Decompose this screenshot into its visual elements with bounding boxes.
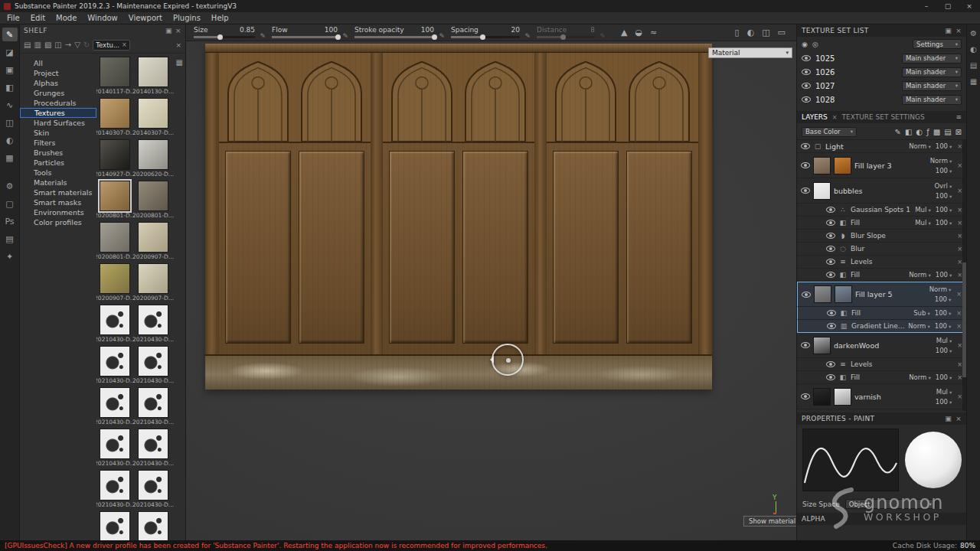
close-icon[interactable]: × — [832, 114, 838, 121]
remove-icon[interactable]: × — [957, 207, 962, 214]
visibility-icon[interactable] — [802, 55, 811, 61]
resource-thumbnail[interactable] — [138, 57, 168, 87]
layer-thumbnail[interactable] — [813, 388, 831, 406]
resource-thumbnail[interactable] — [100, 98, 130, 129]
brush-param[interactable]: Flow 100 ✎ — [272, 27, 338, 38]
grid-view-icon[interactable]: ▦ — [176, 58, 183, 67]
shelf-category[interactable]: Grunges — [20, 88, 96, 98]
add-fill-layer-icon[interactable]: ◧ — [905, 128, 912, 136]
photoshop-icon[interactable]: Ps — [2, 214, 18, 228]
delete-layer-icon[interactable]: ⊠ — [956, 128, 962, 136]
shelf-category[interactable]: Smart masks — [20, 197, 96, 207]
shelf-resource[interactable]: 20210430-D... — [98, 429, 132, 468]
material-dropdown[interactable]: Material — [708, 47, 792, 58]
smudge-tool-icon[interactable]: ∿ — [2, 98, 18, 112]
tab-layers[interactable]: LAYERS — [802, 113, 828, 121]
menu-item[interactable]: Help — [206, 14, 234, 22]
slider-handle[interactable] — [335, 34, 341, 40]
blend-mode-dropdown[interactable]: Norm — [909, 142, 931, 150]
layer-mask-thumbnail[interactable] — [834, 157, 851, 174]
hide-resources-icon[interactable]: ◫ — [54, 41, 61, 49]
blend-mode-dropdown[interactable]: Norm — [909, 271, 931, 279]
tab-texture-set-settings[interactable]: TEXTURE SET SETTINGS — [842, 113, 925, 121]
layer-row[interactable]: ∴ Gaussian Spots 1 Mul 100 × — [797, 204, 966, 217]
slider-handle[interactable] — [480, 34, 485, 40]
visibility-icon[interactable] — [801, 393, 810, 399]
undock-icon[interactable]: ▣ — [165, 27, 172, 34]
resource-thumbnail[interactable] — [100, 470, 130, 500]
layer-row[interactable]: ◗ Blur Slope × — [797, 230, 966, 243]
camera-tool-icon[interactable]: ▢ — [2, 197, 18, 210]
stencil-view-icon[interactable]: ▯ — [735, 28, 740, 37]
shelf-resource[interactable]: 20210430-D... — [98, 470, 132, 510]
brush-param[interactable]: Size 0.85 ✎ — [194, 27, 255, 38]
layer-thumbnail[interactable] — [814, 285, 831, 303]
shelf-resource[interactable]: 20210430-D... — [136, 305, 170, 344]
shelf-category[interactable]: Color profiles — [20, 217, 96, 227]
opacity-dropdown[interactable]: 100 — [936, 347, 952, 354]
undock-icon[interactable]: ▣ — [945, 415, 952, 422]
stencil-tool-icon[interactable]: ▦ — [2, 151, 18, 165]
display-settings-icon[interactable]: ◐ — [970, 45, 977, 54]
visibility-icon[interactable] — [826, 246, 835, 252]
shelf-resource[interactable]: 20210430-D... — [98, 511, 132, 540]
shelf-resource[interactable]: 20210430-D... — [98, 305, 132, 344]
menu-item[interactable]: Mode — [51, 14, 82, 22]
blend-mode-dropdown[interactable]: Norm — [909, 373, 931, 381]
minimize-button[interactable]: – — [916, 0, 937, 12]
menu-icon[interactable]: ≡ — [956, 113, 962, 121]
param-slider[interactable] — [194, 36, 255, 38]
shelf-resource[interactable]: 20140307-D... — [136, 98, 170, 138]
visibility-all-icon[interactable]: ◉ — [802, 41, 808, 48]
remove-icon[interactable]: × — [957, 246, 962, 253]
shelf-category[interactable]: Hard Surfaces — [20, 118, 96, 128]
add-paint-layer-icon[interactable]: ✎ — [895, 128, 901, 136]
blend-mode-dropdown[interactable]: Norm — [908, 322, 930, 330]
remove-icon[interactable]: × — [957, 342, 962, 349]
shelf-resource[interactable]: 20210430-D... — [136, 511, 170, 540]
shelf-category[interactable]: Materials — [20, 178, 96, 187]
menu-item[interactable]: Plugins — [168, 14, 206, 22]
close-icon[interactable]: × — [956, 27, 962, 34]
visibility-icon[interactable] — [801, 143, 810, 149]
resource-thumbnail[interactable] — [100, 511, 130, 540]
slider-handle[interactable] — [432, 34, 437, 40]
shelf-filter-chip[interactable]: Textu... × — [93, 40, 129, 51]
visibility-icon[interactable] — [827, 323, 836, 329]
resource-thumbnail[interactable] — [138, 98, 168, 129]
lazy-mouse-icon[interactable]: ≈ — [650, 28, 657, 37]
filter-icon[interactable]: ▽ — [74, 41, 80, 49]
layer-thumbnail[interactable] — [813, 182, 831, 200]
add-folder-icon[interactable]: ▥ — [34, 41, 41, 49]
opacity-dropdown[interactable]: 100 — [935, 309, 952, 317]
visibility-icon[interactable] — [802, 69, 811, 75]
resource-thumbnail[interactable] — [138, 387, 168, 418]
layer-row[interactable]: ≡ Levels × — [797, 256, 966, 269]
menu-item[interactable]: Edit — [25, 14, 51, 22]
split-view-icon[interactable]: ◫ — [762, 28, 769, 37]
close-icon[interactable]: × — [122, 41, 127, 48]
remove-icon[interactable]: × — [957, 233, 962, 240]
close-icon[interactable]: × — [956, 415, 962, 422]
stylus-pressure-icon[interactable]: ✎ — [439, 32, 445, 40]
remove-icon[interactable]: × — [957, 143, 962, 150]
visibility-icon[interactable] — [826, 374, 835, 380]
layer-row[interactable]: ◧ Fill Norm 100 × — [797, 269, 966, 282]
remove-icon[interactable]: × — [957, 187, 962, 194]
shelf-resource[interactable]: 20200801-D... — [98, 222, 132, 262]
opacity-dropdown[interactable]: 100 — [936, 142, 952, 150]
add-folder-icon[interactable]: ▤ — [944, 128, 951, 136]
refresh-icon[interactable]: ↻ — [83, 41, 90, 49]
close-icon[interactable]: × — [175, 41, 181, 49]
visibility-icon[interactable] — [802, 292, 811, 298]
opacity-dropdown[interactable]: 100 — [936, 192, 952, 200]
shelf-resource[interactable]: 20200907-D... — [136, 263, 170, 303]
add-effect-icon[interactable]: ƒ — [926, 128, 929, 136]
blend-mode-dropdown[interactable]: Sub — [913, 309, 930, 317]
menu-item[interactable]: File — [2, 14, 25, 22]
material-picker-tool-icon[interactable]: ◐ — [2, 133, 18, 147]
opacity-dropdown[interactable]: 100 — [936, 206, 952, 214]
visibility-icon[interactable] — [826, 220, 835, 226]
shelf-resource[interactable]: 20200907-D... — [136, 222, 170, 262]
opacity-dropdown[interactable]: 100 — [935, 322, 952, 330]
